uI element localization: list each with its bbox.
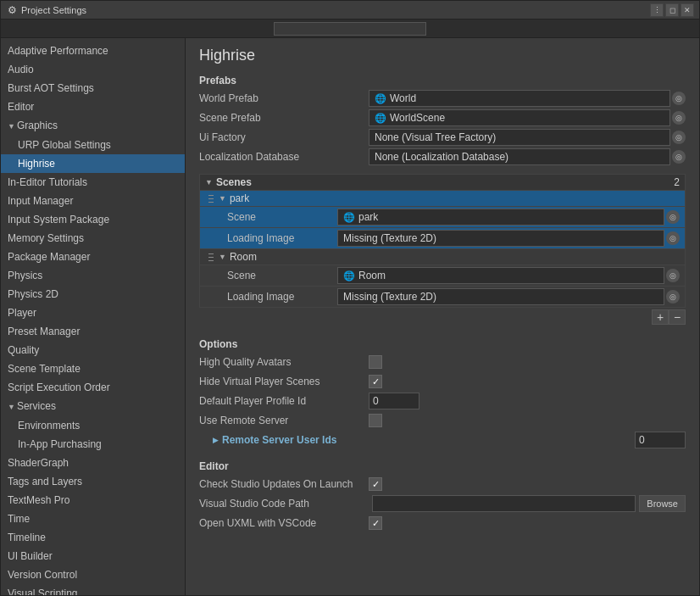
ui-factory-value[interactable]: None (Visual Tree Factory) <box>369 129 670 146</box>
room-loading-row: Loading Image Missing (Texture 2D) ◎ <box>200 286 685 307</box>
main-content: Adaptive Performance Audio Burst AOT Set… <box>1 38 699 595</box>
sidebar-item-input-system-package[interactable]: Input System Package <box>1 210 185 229</box>
sidebar-item-package-manager[interactable]: Package Manager <box>1 248 185 266</box>
remove-scene-button[interactable]: − <box>669 309 686 325</box>
sidebar-item-physics-2d[interactable]: Physics 2D <box>1 285 185 304</box>
editor-section: Editor Check Studio Updates On Launch Vi… <box>199 460 686 532</box>
sidebar: Adaptive Performance Audio Burst AOT Set… <box>1 38 186 595</box>
services-expand-arrow: ▼ <box>8 399 15 415</box>
sidebar-item-tags-and-layers[interactable]: Tags and Layers <box>1 472 185 491</box>
visual-studio-code-path-row: Visual Studio Code Path Browse <box>199 495 686 512</box>
sidebar-item-memory-settings[interactable]: Memory Settings <box>1 229 185 248</box>
scene-prefab-select-btn[interactable]: ◎ <box>672 111 686 125</box>
world-prefab-icon: 🌐 <box>375 93 386 104</box>
park-loading-row: Loading Image Missing (Texture 2D) ◎ <box>200 227 685 248</box>
park-drag-handle[interactable] <box>208 193 215 203</box>
localization-db-value[interactable]: None (Localization Database) <box>369 148 670 165</box>
park-scene-select-btn[interactable]: ◎ <box>666 210 680 224</box>
room-drag-handle[interactable] <box>208 252 215 262</box>
room-loading-select-btn[interactable]: ◎ <box>666 290 680 304</box>
default-player-profile-id-row: Default Player Profile Id <box>199 393 686 409</box>
sidebar-item-preset-manager[interactable]: Preset Manager <box>1 322 185 341</box>
open-uxml-checkbox[interactable] <box>369 516 382 530</box>
sidebar-item-input-manager[interactable]: Input Manager <box>1 192 185 210</box>
open-uxml-row: Open UXML with VSCode <box>199 515 686 532</box>
sidebar-item-urp-global-settings[interactable]: URP Global Settings <box>1 136 185 154</box>
park-loading-select-btn[interactable]: ◎ <box>666 231 680 245</box>
scene-prefab-icon: 🌐 <box>375 113 386 124</box>
sidebar-item-environments[interactable]: Environments <box>1 416 185 435</box>
editor-section-header: Editor <box>199 460 686 472</box>
scenes-header-label: Scenes <box>216 176 674 188</box>
window-title: Project Settings <box>21 5 650 15</box>
sidebar-item-quality[interactable]: Quality <box>1 341 185 359</box>
hide-virtual-player-scenes-label: Hide Virtual Player Scenes <box>199 376 369 387</box>
room-scene-select-btn[interactable]: ◎ <box>666 269 680 282</box>
room-expand-arrow: ▼ <box>219 253 226 261</box>
park-loading-value[interactable]: Missing (Texture 2D) <box>337 230 664 247</box>
sidebar-item-adaptive-performance[interactable]: Adaptive Performance <box>1 42 185 60</box>
browse-button[interactable]: Browse <box>639 495 686 512</box>
sidebar-item-audio[interactable]: Audio <box>1 60 185 79</box>
remote-server-user-ids-input[interactable] <box>635 432 686 448</box>
sidebar-item-scene-template[interactable]: Scene Template <box>1 359 185 378</box>
park-scene-value[interactable]: 🌐 park <box>337 209 664 226</box>
room-group-header[interactable]: ▼ Room <box>200 248 685 265</box>
sidebar-item-ui-builder[interactable]: UI Builder <box>1 547 185 565</box>
close-button[interactable]: ✕ <box>681 3 694 17</box>
sidebar-item-in-editor-tutorials[interactable]: In-Editor Tutorials <box>1 173 185 192</box>
sidebar-item-physics[interactable]: Physics <box>1 266 185 285</box>
room-loading-value[interactable]: Missing (Texture 2D) <box>337 288 664 305</box>
world-prefab-value[interactable]: 🌐 World <box>369 90 670 107</box>
scenes-header[interactable]: ▼ Scenes 2 <box>199 174 686 191</box>
remote-server-user-ids-row: ▶ Remote Server User Ids <box>199 432 686 448</box>
restore-button[interactable]: ◻ <box>665 3 679 17</box>
plus-minus-row: + − <box>199 308 686 326</box>
remote-server-user-ids-text: Remote Server User Ids <box>222 434 336 446</box>
menu-button[interactable]: ⋮ <box>650 3 664 17</box>
remote-server-expand-arrow: ▶ <box>213 436 219 444</box>
sidebar-item-timeline[interactable]: Timeline <box>1 528 185 547</box>
ui-factory-select-btn[interactable]: ◎ <box>672 131 686 144</box>
sidebar-item-editor[interactable]: Editor <box>1 97 185 116</box>
sidebar-item-script-execution-order[interactable]: Script Execution Order <box>1 378 185 397</box>
high-quality-avatars-checkbox[interactable] <box>369 355 382 369</box>
park-scene-row: Scene 🌐 park ◎ <box>200 206 685 227</box>
sidebar-item-burst-aot-settings[interactable]: Burst AOT Settings <box>1 79 185 97</box>
world-prefab-select-btn[interactable]: ◎ <box>672 92 686 105</box>
room-loading-label: Loading Image <box>227 291 337 303</box>
open-uxml-label: Open UXML with VSCode <box>199 517 369 529</box>
scenes-count: 2 <box>674 176 680 188</box>
sidebar-item-graphics[interactable]: ▼Graphics <box>1 116 185 136</box>
search-input[interactable] <box>274 22 426 36</box>
page-title: Highrise <box>199 47 686 64</box>
room-scene-label: Scene <box>227 270 337 281</box>
sidebar-item-shadergraph[interactable]: ShaderGraph <box>1 454 185 472</box>
localization-db-select-btn[interactable]: ◎ <box>672 150 686 164</box>
add-scene-button[interactable]: + <box>652 309 669 325</box>
sidebar-item-player[interactable]: Player <box>1 304 185 322</box>
sidebar-item-services[interactable]: ▼Services <box>1 397 185 416</box>
window-icon: ⚙ <box>6 4 18 16</box>
sidebar-item-time[interactable]: Time <box>1 510 185 528</box>
park-scene-icon: 🌐 <box>343 212 355 223</box>
project-settings-window: ⚙ Project Settings ⋮ ◻ ✕ Adaptive Perfor… <box>0 0 700 596</box>
visual-studio-code-path-input[interactable] <box>372 495 636 512</box>
sidebar-item-highrise[interactable]: Highrise <box>1 154 185 173</box>
sidebar-item-textmesh-pro[interactable]: TextMesh Pro <box>1 491 185 510</box>
scene-prefab-row: Scene Prefab 🌐 WorldScene ◎ <box>199 109 686 126</box>
check-studio-updates-checkbox[interactable] <box>369 477 382 491</box>
scene-prefab-value[interactable]: 🌐 WorldScene <box>369 109 670 126</box>
title-bar: ⚙ Project Settings ⋮ ◻ ✕ <box>1 1 699 19</box>
scene-prefab-label: Scene Prefab <box>199 112 369 124</box>
use-remote-server-checkbox[interactable] <box>369 414 382 427</box>
hide-virtual-player-scenes-checkbox[interactable] <box>369 375 382 388</box>
sidebar-item-visual-scripting[interactable]: Visual Scripting <box>1 584 185 595</box>
park-group-header[interactable]: ▼ park <box>200 191 685 206</box>
room-group-name: Room <box>230 251 257 263</box>
sidebar-item-in-app-purchasing[interactable]: In-App Purchasing <box>1 435 185 454</box>
default-player-profile-id-input[interactable] <box>369 393 419 409</box>
sidebar-item-version-control[interactable]: Version Control <box>1 565 185 584</box>
world-prefab-row: World Prefab 🌐 World ◎ <box>199 90 686 107</box>
room-scene-value[interactable]: 🌐 Room <box>337 267 664 284</box>
